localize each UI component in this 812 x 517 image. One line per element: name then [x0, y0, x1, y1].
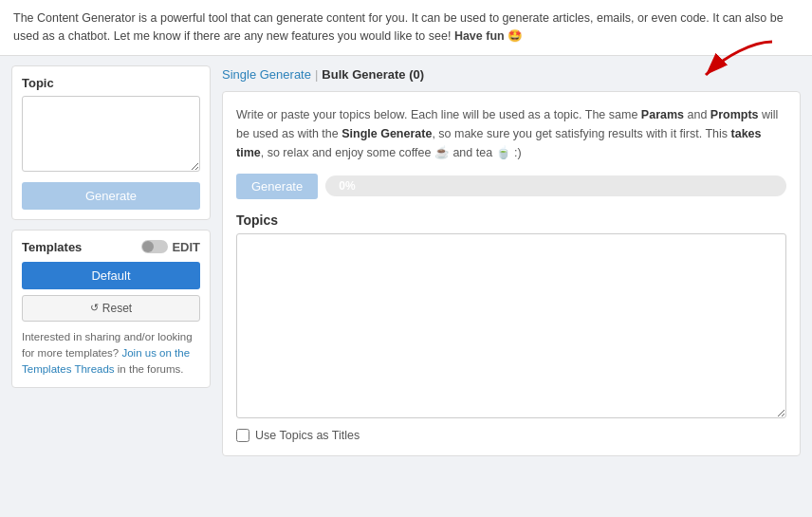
- top-bar: The Content Generator is a powerful tool…: [0, 0, 812, 56]
- topbar-text: The Content Generator is a powerful tool…: [13, 11, 784, 43]
- topic-label: Topic: [22, 76, 200, 90]
- topbar-fun-text: Have fun 🤩: [454, 29, 523, 43]
- tab-separator: |: [315, 67, 318, 82]
- topics-textarea[interactable]: [236, 233, 786, 418]
- templates-header: Templates EDIT: [22, 240, 200, 254]
- tab-single-generate[interactable]: Single Generate: [222, 65, 311, 83]
- edit-label: EDIT: [172, 240, 200, 254]
- edit-toggle[interactable]: EDIT: [141, 240, 200, 254]
- description-text: Write or paste your topics below. Each l…: [236, 105, 786, 162]
- use-topics-checkbox[interactable]: [236, 429, 249, 442]
- reset-icon: ↺: [90, 302, 99, 314]
- content-card: Write or paste your topics below. Each l…: [222, 91, 801, 456]
- templates-info: Interested in sharing and/or looking for…: [22, 329, 200, 379]
- tab-bar: Single Generate | Bulk Generate (0): [222, 65, 801, 83]
- forums-text: in the forums.: [118, 363, 184, 375]
- tab-bulk-count: (0): [409, 67, 424, 82]
- right-panel: Single Generate | Bulk Generate (0): [222, 65, 801, 456]
- left-generate-button[interactable]: Generate: [22, 182, 200, 210]
- progress-label: 0%: [339, 179, 355, 193]
- templates-label: Templates: [22, 240, 82, 254]
- toggle-switch[interactable]: [141, 240, 168, 253]
- tab-bulk-generate[interactable]: Bulk Generate (0): [322, 65, 424, 83]
- use-topics-label: Use Topics as Titles: [255, 429, 360, 442]
- reset-button[interactable]: ↺ Reset: [22, 295, 200, 322]
- topics-section-label: Topics: [236, 212, 786, 228]
- default-template-button[interactable]: Default: [22, 262, 200, 289]
- tab-bulk-label: Bulk Generate: [322, 67, 405, 82]
- main-layout: Topic Generate Templates EDIT Default ↺ …: [0, 56, 812, 466]
- topic-textarea[interactable]: [22, 96, 200, 172]
- bulk-generate-button[interactable]: Generate: [236, 174, 318, 199]
- use-topics-row: Use Topics as Titles: [236, 429, 786, 442]
- progress-bar-container: 0%: [325, 175, 786, 196]
- left-panel: Topic Generate Templates EDIT Default ↺ …: [11, 65, 211, 456]
- templates-box: Templates EDIT Default ↺ Reset Intereste…: [11, 230, 211, 389]
- generate-row: Generate 0%: [236, 174, 786, 199]
- topic-box: Topic Generate: [11, 65, 211, 220]
- templates-threads-link[interactable]: Templates Threads: [22, 363, 115, 375]
- reset-label: Reset: [102, 302, 132, 315]
